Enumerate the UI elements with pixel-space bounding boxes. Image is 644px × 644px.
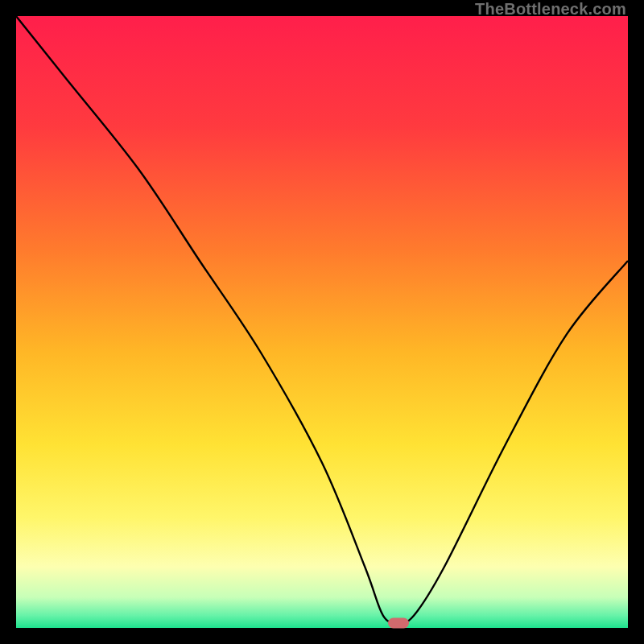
background-gradient	[16, 16, 628, 628]
svg-rect-0	[16, 16, 628, 628]
plot-frame	[16, 16, 628, 628]
